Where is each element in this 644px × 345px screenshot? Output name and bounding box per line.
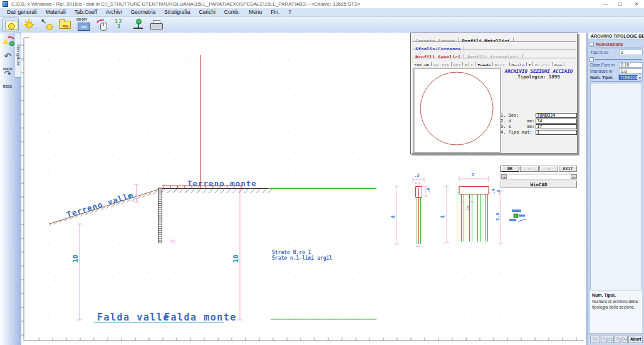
menu-tab-coeff[interactable]: Tab.Coeff [70,8,101,16]
dialog-tabs-profile-kind: Profili SempliciProfili Accoppiati [412,50,576,58]
scroll-right-icon[interactable]: ► [571,174,576,179]
dim-2: 2 [472,172,474,178]
zoom-extents-icon[interactable] [21,18,37,31]
dim-4a: 4 [391,215,397,218]
tab-ovale[interactable]: Ovale [510,62,527,66]
numbering-icon[interactable]: 12 3 [112,18,128,31]
archive-title: ARCHIVIO SEZIONI ACCIAIO [500,68,578,74]
collapse-icon[interactable]: - [589,43,594,47]
right-panel-title: ARCHIVIO TIPOLOGIE BE... [588,33,644,40]
menu-fin[interactable]: Fin. [266,8,284,16]
label-strato-2: Srato n.1-limi argil [272,255,333,261]
description-title: Num. Tipol. [592,293,640,297]
label-strato-1: Strato N.ro 1 [272,250,311,255]
row-diam-foro: Diam.Foro m 0.15 [590,61,643,68]
pile-section-single [416,187,422,245]
separator [595,48,642,48]
panel-ok-button[interactable]: OK [590,336,600,343]
dimension-lines [77,176,503,320]
interasse-value[interactable]: 0.8 [619,68,643,74]
menu-carichi[interactable]: Carichi [194,8,219,16]
tab-gen[interactable]: Gen [553,62,564,66]
minimize-button[interactable]: — [600,1,610,8]
page-down-button[interactable]: PgDw [615,336,628,343]
dim-10-left: 10 [71,255,80,263]
main-toolbar: ↖ PEN ON-OFF DXF 12 3 [0,17,644,33]
ok-button[interactable]: OK [501,166,519,172]
s-input[interactable] [536,124,577,129]
dim-04c: .4 [496,190,501,195]
close-button[interactable]: ✕ [631,1,641,8]
label-terreno-valle: Terreno valle [65,190,134,220]
separator [595,59,642,60]
redo-button[interactable]: ↷ REDO [1,68,14,90]
group-numerazione: Numerazione [596,42,623,46]
d-input[interactable] [536,119,577,124]
exit-button[interactable]: EXIT [559,166,577,172]
scroll-left-icon[interactable]: ◄ [501,174,507,179]
chevron-down-icon[interactable]: ▼ [638,75,643,80]
mini-detail-annotation [509,210,526,221]
dialog-tabs-section-type: IPE-HEHS-ISEHSDULTondoRett.OvaleTPiattiG… [412,58,576,66]
undo-icon: ↶ [4,51,11,61]
tab-t[interactable]: T [527,62,533,66]
menu-geometria[interactable]: Geometria [127,8,160,16]
row-num-tipol: Num. Tipol. TONDO34 ▼ [590,74,643,80]
app-icon [3,1,8,7]
des-input[interactable] [536,113,577,118]
print-icon[interactable] [148,18,164,31]
dim-36: 3.6 [496,213,501,221]
num-tipol-value[interactable]: TONDO34 [618,75,638,80]
tipo-mat-input[interactable] [536,130,577,135]
panel-buttons: OK PgUp PgDw Abort [588,333,644,344]
menu-help[interactable]: ? [284,8,296,16]
label-falda-monte: Falda monte [164,312,237,323]
menu-menu[interactable]: Menu [244,8,266,16]
menu-comb[interactable]: Comb. [220,8,244,16]
dim-4b: 4 [440,215,446,218]
menu-stratigrafia[interactable]: Stratigrafia [160,8,194,16]
zoom-window-icon[interactable] [3,18,19,31]
navigator-tab[interactable]: Navigatore [15,33,21,78]
dim-04b: .4 [491,189,496,194]
prev-button[interactable]: < [520,166,539,172]
pointer-settings-icon[interactable] [1,34,14,47]
title-bar: C.D.B. x Windows - Rel. 2015/a - dati in… [0,0,644,9]
dialog-tabs-mode: Sfoglia/Corregge [412,41,576,50]
record-scrollbar[interactable]: ◄ ► [501,174,577,179]
dxf-export-icon[interactable]: ON-OFF DXF [75,18,91,31]
tab-u[interactable]: U [463,62,469,66]
dim-03: .3 [414,173,419,178]
field-row-s: 3. s mm: [501,124,577,129]
page-up-button[interactable]: PgUp [601,336,614,343]
tab-ipe-he[interactable]: IPE-HE [412,62,432,66]
save-pen-file-icon[interactable]: PEN [57,18,73,31]
tondo-section-drawing [414,68,499,151]
tab-tondo[interactable]: Tondo [476,62,493,66]
tondo-circle [420,72,493,145]
next-button[interactable]: > [539,166,558,172]
mouse-rotate-icon[interactable] [93,18,110,31]
section-preview [413,68,501,153]
menu-archivi[interactable]: Archivi [101,8,127,16]
tab-piatti[interactable]: Piatti [533,62,553,66]
left-toolbar: ↶ UNDO ↷ REDO [0,33,21,345]
maximize-button[interactable]: ☐ [615,1,625,8]
menu-dati-generali[interactable]: Dati generali [3,8,41,16]
tab-hs-ise[interactable]: HS-ISE [432,62,451,66]
wincad-button[interactable]: WinCAD [501,181,577,188]
row-interasse: Interasse m 0.8 [590,68,643,74]
tab-hsd[interactable]: HSD [452,62,464,66]
support-icon[interactable] [130,18,146,31]
diam-foro-value[interactable]: 0.15 [619,62,643,68]
tab-rett[interactable]: Rett. [493,62,510,66]
menu-materiali[interactable]: Materiali [41,8,70,16]
description-text: Numero di archivio della tipologia della… [592,299,640,310]
tipo-nro-value[interactable]: 1 [619,50,643,55]
dim-10-right: 10 [232,255,240,263]
separator [590,82,642,82]
collapse-icon[interactable]: - [589,57,594,61]
zoom-pointer-icon[interactable]: ↖ [39,18,55,31]
abort-button[interactable]: Abort [628,336,643,343]
tab-l[interactable]: L [469,62,475,66]
